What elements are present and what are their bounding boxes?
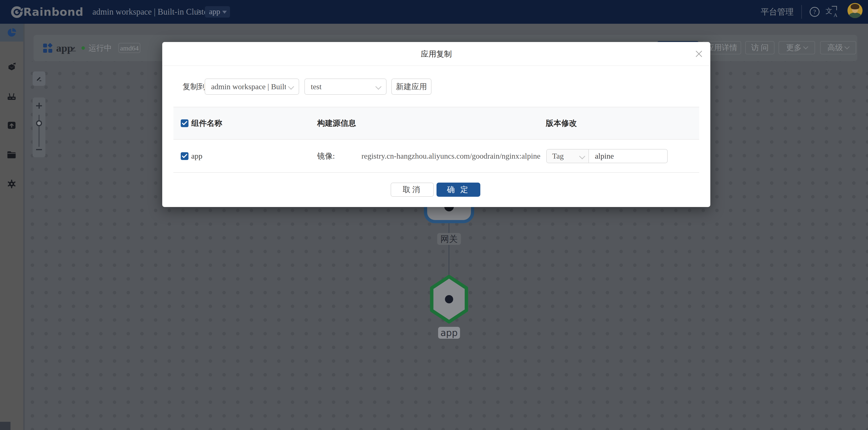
target-app-select-value: test [311, 79, 373, 94]
version-input-group: Tag [546, 149, 668, 163]
column-header-component-name: 组件名称 [191, 107, 222, 139]
modal-header: 应用复制 [162, 42, 710, 66]
modal-title: 应用复制 [162, 42, 710, 66]
component-name: app [191, 140, 203, 172]
tag-type-select[interactable]: Tag [547, 150, 589, 163]
table-header-row: 组件名称 构建源信息 版本修改 [174, 107, 699, 140]
select-all-checkbox[interactable] [181, 119, 188, 127]
chevron-down-icon [579, 153, 585, 159]
confirm-button[interactable]: 确 定 [436, 183, 480, 197]
column-header-build-source: 构建源信息 [317, 107, 356, 139]
check-icon [182, 121, 187, 126]
version-input[interactable] [589, 150, 673, 163]
new-app-button[interactable]: 新建应用 [391, 79, 432, 95]
source-type-label: 镜像: [317, 140, 335, 172]
row-checkbox[interactable] [181, 152, 188, 160]
tag-type-select-value: Tag [552, 150, 564, 163]
source-image-url: registry.cn-hangzhou.aliyuncs.com/goodra… [362, 140, 540, 172]
copy-app-modal: 应用复制 复制到 admin workspace | Built-i... te… [162, 42, 710, 207]
target-app-select[interactable]: test [304, 79, 386, 95]
table-row: app 镜像: registry.cn-hangzhou.aliyuncs.co… [174, 140, 699, 173]
cancel-button[interactable]: 取消 [391, 183, 434, 197]
close-icon[interactable] [694, 49, 704, 59]
components-table: 组件名称 构建源信息 版本修改 app 镜像: registry.cn-hang… [174, 107, 699, 173]
workspace-select[interactable]: admin workspace | Built-i... [205, 79, 299, 95]
chevron-down-icon [288, 84, 294, 90]
column-header-version-edit: 版本修改 [546, 107, 577, 139]
workspace-select-value: admin workspace | Built-i... [211, 79, 286, 94]
screen: Rainbond admin workspace | Built-in Clus… [0, 0, 868, 430]
copy-to-label: 复制到 [183, 79, 206, 95]
check-icon [182, 154, 187, 158]
chevron-down-icon [375, 84, 381, 90]
